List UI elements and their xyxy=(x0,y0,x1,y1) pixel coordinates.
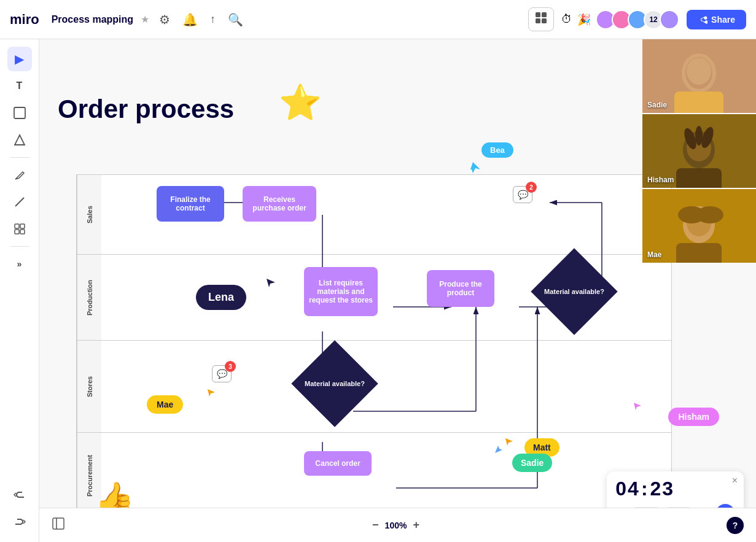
sidebar-separator-2 xyxy=(10,246,29,247)
svg-point-39 xyxy=(695,126,703,145)
swimlane-diagram[interactable]: Sales Finalize the contract Receives pur… xyxy=(76,174,672,518)
board-title[interactable]: Process mapping xyxy=(52,14,133,25)
list-materials-label: List requires materials and request the … xyxy=(308,279,374,304)
svg-rect-1 xyxy=(542,12,547,17)
mae-label: Mae xyxy=(157,400,173,409)
sales-label: Sales xyxy=(77,175,101,254)
svg-marker-24 xyxy=(208,389,215,397)
select-tool[interactable]: ▶ xyxy=(7,47,32,71)
sadie-cursor xyxy=(494,444,504,457)
miro-logo: miro xyxy=(10,12,39,28)
cancel-order-label: Cancel order xyxy=(315,459,360,468)
avatar-4 xyxy=(660,10,679,29)
material-available-stores-node[interactable]: Material available? xyxy=(304,353,365,414)
video-panel: Sadie Hisham xyxy=(642,39,756,263)
svg-rect-3 xyxy=(542,18,547,23)
video-tile-hisham: Hisham xyxy=(642,114,756,188)
svg-marker-25 xyxy=(634,403,641,410)
sales-lane: Sales Finalize the contract Receives pur… xyxy=(77,175,671,255)
finalize-contract-node[interactable]: Finalize the contract xyxy=(157,186,224,222)
svg-marker-23 xyxy=(267,279,275,287)
lena-bubble: Lena xyxy=(196,285,246,310)
settings-icon[interactable]: ⚙ xyxy=(157,10,173,29)
lena-cursor xyxy=(265,277,276,291)
celebrate-icon[interactable]: 🎉 xyxy=(577,13,591,26)
sales-content: Finalize the contract Receives purchase … xyxy=(101,175,671,255)
search-icon[interactable]: 🔍 xyxy=(225,10,246,29)
star-icon[interactable]: ★ xyxy=(141,14,149,25)
comment-badge-2[interactable]: 💬 3 xyxy=(212,365,232,382)
svg-rect-2 xyxy=(536,18,540,23)
zoom-out-button[interactable]: − xyxy=(372,519,379,532)
material-available-production-node[interactable]: Material available? xyxy=(544,261,605,322)
svg-rect-48 xyxy=(53,518,64,529)
svg-rect-0 xyxy=(536,12,540,17)
text-tool[interactable]: T xyxy=(7,74,32,98)
zoom-control: − 100% + xyxy=(372,519,419,532)
frame-tool[interactable] xyxy=(7,217,32,241)
production-label: Production xyxy=(77,255,101,340)
board-heading: Order process xyxy=(58,95,234,124)
hisham-bubble: Hisham xyxy=(668,408,719,426)
produce-product-label: Produce the product xyxy=(431,280,491,297)
canvas[interactable]: Order process ⭐ xyxy=(39,39,756,542)
help-button[interactable]: ? xyxy=(727,517,744,534)
cancel-order-node[interactable]: Cancel order xyxy=(304,451,372,476)
video-label-hisham: Hisham xyxy=(647,176,674,184)
redo-button[interactable] xyxy=(7,510,32,535)
stores-lane: Stores Material available? 💬 3 xyxy=(77,341,671,433)
pen-tool[interactable] xyxy=(7,163,32,187)
timer-close-button[interactable]: × xyxy=(732,475,738,486)
svg-rect-36 xyxy=(676,168,722,188)
sidebar-separator xyxy=(10,157,29,158)
procurement-content: Cancel order xyxy=(101,433,671,519)
finalize-contract-label: Finalize the contract xyxy=(160,195,220,212)
svg-marker-27 xyxy=(495,446,502,453)
line-tool[interactable] xyxy=(7,190,32,214)
hisham-cursor xyxy=(633,401,642,414)
video-label-mae: Mae xyxy=(647,250,661,259)
bea-arrow xyxy=(469,161,483,174)
video-tile-mae: Mae xyxy=(642,189,756,263)
timer-minutes: 04 xyxy=(615,478,640,500)
procurement-lane: Procurement Cancel order xyxy=(77,433,671,519)
hisham-label: Hisham xyxy=(678,412,709,422)
timer-icon[interactable]: ⏱ xyxy=(561,13,572,26)
video-label-sadie: Sadie xyxy=(647,101,667,109)
mae-cursor xyxy=(206,388,216,400)
notifications-icon[interactable]: 🔔 xyxy=(180,10,200,29)
apps-button[interactable] xyxy=(528,7,554,31)
share-button[interactable]: Share xyxy=(687,10,746,29)
stores-content: Material available? 💬 3 xyxy=(101,341,671,432)
lena-label: Lena xyxy=(208,291,234,303)
star-sticker: ⭐ xyxy=(279,82,322,123)
upload-icon[interactable]: ↑ xyxy=(208,10,218,28)
timer-colon: : xyxy=(641,478,649,500)
svg-marker-26 xyxy=(505,438,513,446)
svg-point-45 xyxy=(696,206,723,223)
svg-point-32 xyxy=(687,58,711,85)
sadie-bubble: Sadie xyxy=(512,454,552,472)
shapes-tool[interactable] xyxy=(7,128,32,152)
zoom-in-button[interactable]: + xyxy=(413,519,419,532)
bottom-bar: − 100% + ? xyxy=(39,508,756,542)
timer-seconds: 23 xyxy=(650,478,675,500)
svg-rect-8 xyxy=(20,230,25,234)
more-tools[interactable]: » xyxy=(7,252,32,276)
svg-rect-6 xyxy=(20,224,25,228)
svg-marker-22 xyxy=(470,162,480,173)
sticky-note-tool[interactable] xyxy=(7,101,32,125)
list-materials-node[interactable]: List requires materials and request the … xyxy=(304,267,378,316)
svg-rect-4 xyxy=(14,107,25,118)
avatar-group[interactable]: 12 xyxy=(596,10,679,29)
produce-product-node[interactable]: Produce the product xyxy=(427,270,494,307)
mae-bubble: Mae xyxy=(147,395,183,414)
material-available-production-label: Material available? xyxy=(544,287,604,296)
svg-rect-7 xyxy=(15,230,19,234)
bea-cursor: Bea xyxy=(469,161,483,177)
comment-badge-1[interactable]: 💬 2 xyxy=(513,186,532,203)
panel-toggle-button[interactable] xyxy=(52,517,65,533)
undo-button[interactable] xyxy=(7,483,32,508)
receives-purchase-node[interactable]: Receives purchase order xyxy=(243,186,316,222)
production-content: List requires materials and request the … xyxy=(101,255,671,340)
